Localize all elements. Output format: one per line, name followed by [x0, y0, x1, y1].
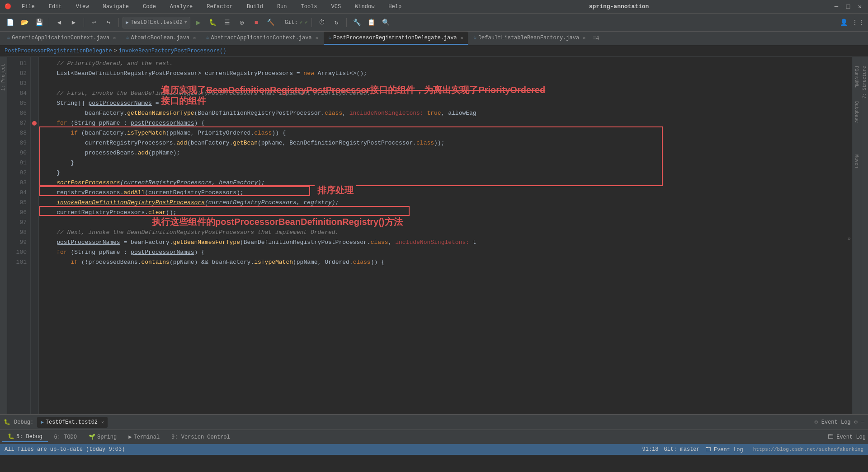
notifications-button[interactable]: 👤	[837, 16, 850, 29]
settings-button[interactable]: 🔧	[350, 16, 363, 29]
right-sidebar: PlantUML Database Maven	[852, 57, 861, 414]
tab-debug[interactable]: 🐛 5: Debug	[2, 432, 48, 442]
code-line-96: currentRegistryProcessors.clear();	[42, 208, 852, 218]
build-button[interactable]: 🔨	[264, 16, 277, 29]
settings-icon-debug[interactable]: ⚙	[815, 419, 818, 425]
menu-view[interactable]: View	[72, 2, 93, 11]
undo-button[interactable]: ↩	[88, 16, 100, 29]
code-line-81: // PriorityOrdered, and the rest.	[42, 59, 852, 69]
debug-label: Debug:	[14, 419, 33, 425]
code-line-83	[42, 79, 852, 89]
event-log-label[interactable]: 🗔 Event Log	[828, 434, 866, 440]
breadcrumb-part2[interactable]: invokeBeanFactoryPostProcessors()	[119, 48, 226, 54]
menu-file[interactable]: File	[18, 2, 38, 11]
back-button[interactable]: ◀	[53, 16, 66, 29]
debug-bar: 🐛 Debug: ▶ TestOfExt.test02 ✕ ⚙ Event Lo…	[0, 414, 868, 430]
save-button[interactable]: 💾	[33, 16, 45, 29]
code-line-98: // Next, invoke the BeanDefinitionRegist…	[42, 228, 852, 238]
debug-session-close[interactable]: ✕	[101, 420, 104, 425]
minimize-button[interactable]: ─	[833, 3, 840, 10]
menu-analyze[interactable]: Analyze	[166, 2, 196, 11]
redo-button[interactable]: ↪	[102, 16, 115, 29]
stop-button[interactable]: ■	[250, 16, 263, 29]
coverage-button[interactable]: ☰	[221, 16, 234, 29]
status-bar: All files are up-to-date (today 9:03) 91…	[0, 444, 868, 455]
code-line-86: beanFactory.getBeanNamesForType(BeanDefi…	[42, 108, 852, 118]
profile-button[interactable]: ◎	[236, 16, 248, 29]
file-tabs: ☕ GenericApplicationContext.java ✕ ☕ Ato…	[0, 32, 868, 45]
code-line-90: processedBeans.add(ppName);	[42, 148, 852, 158]
menu-refactor[interactable]: Refactor	[203, 2, 236, 11]
code-line-92: }	[42, 168, 852, 178]
more-tabs-indicator[interactable]: ≡4	[593, 35, 599, 42]
debug-session-tab[interactable]: ▶ TestOfExt.test02 ✕	[37, 417, 108, 428]
collapse-arrow[interactable]: »	[848, 236, 851, 242]
tab-atomic-boolean[interactable]: ☕ AtomicBoolean.java ✕	[121, 32, 200, 45]
menu-help[interactable]: Help	[385, 2, 405, 11]
minimize-debug[interactable]: ─	[861, 419, 864, 425]
menu-navigate[interactable]: Navigate	[99, 2, 132, 11]
bottom-tabs: 🐛 5: Debug 6: TODO 🌱 Spring ▶ Terminal 9…	[0, 430, 868, 444]
code-line-84: // First, invoke the BeanDefinitionRegis…	[42, 89, 852, 98]
breadcrumb-sep: >	[114, 48, 117, 54]
menu-tools[interactable]: Tools	[297, 2, 321, 11]
menu-window[interactable]: Window	[351, 2, 378, 11]
cursor-position: 91:18	[642, 446, 659, 453]
update-button[interactable]: ↻	[330, 16, 343, 29]
menu-build[interactable]: Build	[243, 2, 267, 11]
sdk-button[interactable]: 📋	[365, 16, 377, 29]
open-button[interactable]: 📂	[18, 16, 31, 29]
database-panel-label[interactable]: Database	[854, 101, 859, 123]
run-config-dropdown-icon[interactable]: ▼	[184, 20, 187, 25]
project-panel-label[interactable]: 1: Project	[1, 64, 6, 91]
breadcrumb-part1[interactable]: PostProcessorRegistrationDelegate	[5, 48, 112, 54]
line-numbers: 8182838485 8687888990 9192939495 9697989…	[7, 57, 31, 414]
code-line-95: invokeBeanDefinitionRegistryPostProcesso…	[42, 198, 852, 208]
event-log-area: 🗔 Event Log	[828, 434, 866, 440]
code-line-101: if (!processedBeans.contains(ppName) && …	[42, 257, 852, 267]
titlebar: 🔴 File Edit View Navigate Code Analyze R…	[0, 0, 868, 14]
tab-generic-app-context[interactable]: ☕ GenericApplicationContext.java ✕	[2, 32, 120, 45]
tab-spring[interactable]: 🌱 Spring	[83, 432, 122, 442]
right-structure-panel: 7: Structure	[861, 57, 868, 414]
editor-main: 8182838485 8687888990 9192939495 9697989…	[7, 57, 868, 414]
left-sidebar-panel: 1: Project	[0, 57, 7, 414]
code-editor[interactable]: // PriorityOrdered, and the rest. List<B…	[39, 57, 852, 414]
more-button[interactable]: ⋮⋮	[852, 16, 864, 29]
structure-panel-label[interactable]: 7: Structure	[862, 66, 867, 98]
debug-bar-right: ⚙ Event Log ⚙ ─	[815, 419, 864, 425]
code-line-82: List<BeanDefinitionRegistryPostProcessor…	[42, 69, 852, 79]
app-logo: 🔴	[5, 3, 11, 10]
tab-abstract-app-context[interactable]: ☕ AbstractApplicationContext.java ✕	[201, 32, 323, 45]
menu-code[interactable]: Code	[139, 2, 160, 11]
history-button[interactable]: ⏱	[316, 16, 328, 29]
tab-version-control[interactable]: 9: Version Control	[166, 433, 236, 442]
forward-button[interactable]: ▶	[67, 16, 80, 29]
tab-terminal[interactable]: ▶ Terminal	[123, 432, 165, 442]
git-check2: ✓	[305, 19, 308, 26]
menu-edit[interactable]: Edit	[45, 2, 66, 11]
search-everywhere-button[interactable]: 🔍	[379, 16, 392, 29]
tab-post-processor-delegate[interactable]: ☕ PostProcessorRegistrationDelegate.java…	[324, 32, 468, 45]
run-button[interactable]: ▶	[192, 16, 205, 29]
code-line-88: if (beanFactory.isTypeMatch(ppName, Prio…	[42, 128, 852, 138]
event-log-debug: Event Log	[821, 419, 851, 425]
titlebar-controls: ─ □ ✕	[833, 3, 863, 10]
maximize-button[interactable]: □	[844, 3, 852, 10]
settings-icon-debug2[interactable]: ⚙	[854, 419, 858, 425]
tab-default-listable-bean-factory[interactable]: ☕ DefaultListableBeanFactory.java ✕	[469, 32, 590, 45]
debug-button[interactable]: 🐛	[207, 16, 219, 29]
code-line-91: }	[42, 158, 852, 168]
titlebar-left: 🔴 File Edit View Navigate Code Analyze R…	[5, 2, 405, 11]
menu-vcs[interactable]: VCS	[328, 2, 345, 11]
close-button[interactable]: ✕	[856, 3, 863, 10]
status-bar-left: All files are up-to-date (today 9:03)	[5, 446, 125, 453]
tab-todo[interactable]: 6: TODO	[49, 433, 82, 442]
menu-run[interactable]: Run	[274, 2, 291, 11]
event-log-status[interactable]: 🗔 Event Log	[705, 446, 743, 453]
code-line-99: postProcessorNames = beanFactory.getBean…	[42, 238, 852, 248]
new-file-button[interactable]: 📄	[4, 16, 16, 29]
maven-panel-label[interactable]: Maven	[854, 154, 859, 168]
plantuml-panel-label[interactable]: PlantUML	[854, 66, 859, 88]
code-line-87: for (String ppName : postProcessorNames)…	[42, 118, 852, 128]
